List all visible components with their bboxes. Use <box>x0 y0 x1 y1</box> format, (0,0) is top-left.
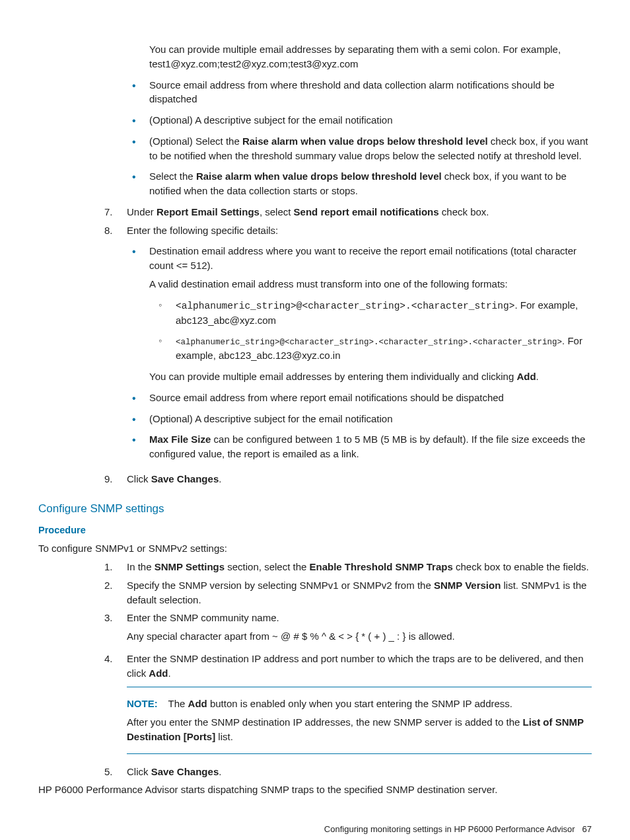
snmp-step-1: 1. In the SNMP Settings section, select … <box>104 560 592 574</box>
step-7: 7. Under Report Email Settings, select S… <box>104 205 592 219</box>
text: After you enter the SNMP destination IP … <box>127 716 523 728</box>
text: You can provide multiple email addresses… <box>149 371 516 382</box>
text: (Optional) A descriptive subject for the… <box>149 413 393 424</box>
text: . <box>536 371 539 382</box>
bold-text: Raise alarm when value drops below thres… <box>196 171 442 182</box>
bullet-item: Source email address from where report e… <box>127 391 592 405</box>
text: button is enabled only when you start en… <box>207 698 512 709</box>
bullet-item: Source email address from where threshol… <box>127 78 592 107</box>
text: can be configured between 1 to 5 MB (5 M… <box>149 434 585 459</box>
code-text: <alphanumeric_string>@<character_string>… <box>176 301 514 311</box>
snmp-outro: HP P6000 Performance Advisor starts disp… <box>38 783 592 797</box>
bullet-item: Select the Raise alarm when value drops … <box>127 169 592 198</box>
text: Enter the SNMP destination IP address an… <box>127 653 584 679</box>
note-block: NOTE: The Add button is enabled only whe… <box>127 687 592 753</box>
intro-para: You can provide multiple email addresses… <box>149 42 592 71</box>
text: Source email address from where threshol… <box>149 79 555 105</box>
text: , select <box>260 206 294 217</box>
bold-text: Send report email notifications <box>294 206 439 217</box>
text: Click <box>127 766 151 777</box>
snmp-step-4: 4. Enter the SNMP destination IP address… <box>104 652 592 761</box>
continuation-text: You can provide multiple email addresses… <box>149 42 592 71</box>
footer-page-number: 67 <box>582 824 592 834</box>
bold-text: Max File Size <box>149 434 211 445</box>
step-number: 5. <box>104 765 127 779</box>
step-number: 4. <box>104 652 127 761</box>
step-number: 8. <box>104 223 127 468</box>
bullet-list-1: Source email address from where threshol… <box>127 78 592 198</box>
bullet-item: Max File Size can be configured between … <box>127 432 592 461</box>
step-body: Under Report Email Settings, select Send… <box>127 205 592 219</box>
step-body: Click Save Changes. <box>127 765 592 779</box>
text: Specify the SNMP version by selecting SN… <box>127 580 434 591</box>
step-8: 8. Enter the following specific details:… <box>104 223 592 468</box>
text: (Optional) Select the <box>149 135 242 147</box>
step-body: Specify the SNMP version by selecting SN… <box>127 578 592 607</box>
text: Any special character apart from ~ @ # $… <box>127 629 592 644</box>
step-number: 9. <box>104 472 127 486</box>
bold-text: Raise alarm when value drops below thres… <box>242 135 488 147</box>
bold-text: Add <box>188 698 207 709</box>
bold-text: Enable Threshold SNMP Traps <box>310 561 453 572</box>
bold-text: Add <box>516 371 536 382</box>
text: list. <box>215 731 233 742</box>
note-label: NOTE: <box>127 698 158 709</box>
footer-title: Configuring monitoring settings in HP P6… <box>324 824 575 834</box>
bold-text: Report Email Settings <box>157 206 260 217</box>
step-body: Click Save Changes. <box>127 472 592 486</box>
code-text: <alphanumeric_string>@<character_string>… <box>176 338 562 347</box>
text: section, select the <box>225 561 309 572</box>
text: Enter the following specific details: <box>127 225 278 236</box>
note-line-1: NOTE: The Add button is enabled only whe… <box>127 697 592 711</box>
snmp-step-3: 3. Enter the SNMP community name. Any sp… <box>104 611 592 648</box>
step-body: Enter the following specific details: De… <box>127 223 592 468</box>
ring-item: <alphanumeric_string>@<character_string>… <box>149 334 592 363</box>
text-line: You can provide multiple email addresses… <box>149 369 592 384</box>
bullet-item: (Optional) Select the Raise alarm when v… <box>127 134 592 163</box>
bullet-item: Destination email address where you want… <box>127 244 592 384</box>
text: Destination email address where you want… <box>149 244 592 273</box>
text: Select the <box>149 171 196 182</box>
bold-text: Save Changes <box>151 766 219 777</box>
snmp-step-2: 2. Specify the SNMP version by selecting… <box>104 578 592 607</box>
step-body: Enter the SNMP community name. Any speci… <box>127 611 592 648</box>
bold-text: Add <box>149 668 168 679</box>
text: The <box>168 698 188 709</box>
text: Source email address from where report e… <box>149 392 504 403</box>
snmp-steps: 1. In the SNMP Settings section, select … <box>38 560 592 797</box>
snmp-intro: To configure SNMPv1 or SNMPv2 settings: <box>38 541 592 556</box>
section-heading-snmp: Configure SNMP settings <box>38 501 592 517</box>
ring-list: <alphanumeric_string>@<character_string>… <box>149 298 592 363</box>
page-footer: Configuring monitoring settings in HP P6… <box>38 823 592 836</box>
note-line-2: After you enter the SNMP destination IP … <box>127 715 592 744</box>
text: . <box>219 766 221 777</box>
step-number: 2. <box>104 578 127 607</box>
bold-text: SNMP Settings <box>155 561 225 572</box>
bullet-item: (Optional) A descriptive subject for the… <box>127 412 592 426</box>
text: . <box>168 668 171 679</box>
step-body: In the SNMP Settings section, select the… <box>127 560 592 574</box>
bullet-item: (Optional) A descriptive subject for the… <box>127 113 592 128</box>
text: check box to enable the fields. <box>453 561 589 572</box>
text: Enter the SNMP community name. <box>127 611 592 625</box>
step-number: 1. <box>104 560 127 574</box>
bold-text: SNMP Version <box>434 580 501 591</box>
text: Click <box>127 473 151 484</box>
bold-text: Save Changes <box>151 473 219 484</box>
step-body: Enter the SNMP destination IP address an… <box>127 652 592 761</box>
text: A valid destination email address must t… <box>149 277 592 291</box>
snmp-step-5: 5. Click Save Changes. <box>104 765 592 779</box>
bullet-list-2: Destination email address where you want… <box>127 244 592 461</box>
text: check box. <box>439 206 489 217</box>
text: In the <box>127 561 155 572</box>
text: . <box>219 473 221 484</box>
document-content: You can provide multiple email addresses… <box>104 42 592 797</box>
step-9: 9. Click Save Changes. <box>104 472 592 486</box>
step-number: 3. <box>104 611 127 648</box>
step-number: 7. <box>104 205 127 219</box>
text: Under <box>127 206 157 217</box>
ring-item: <alphanumeric_string>@<character_string>… <box>149 298 592 328</box>
text: (Optional) A descriptive subject for the… <box>149 114 393 126</box>
procedure-heading: Procedure <box>38 523 592 537</box>
